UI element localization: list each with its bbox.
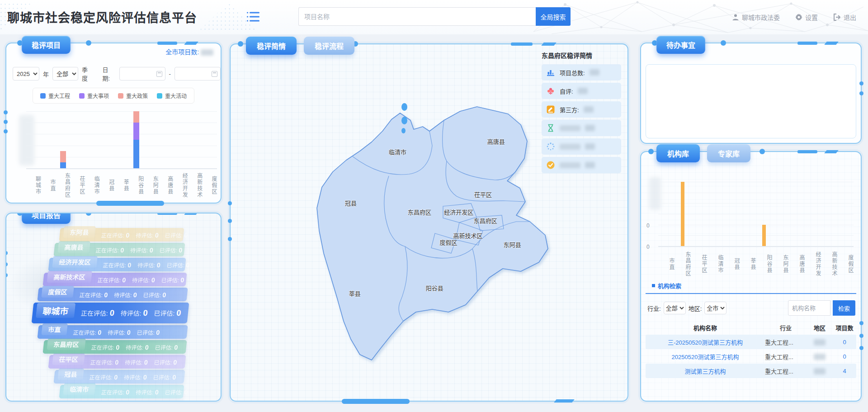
legend-label: 重大政策 xyxy=(126,92,148,99)
x-axis-label: 临清市 xyxy=(707,251,723,277)
date-end-input[interactable] xyxy=(175,67,221,81)
evaluation-stats: 正在评估: 0待评估: 0已评估: 0 xyxy=(90,358,177,366)
settings-button[interactable]: 设置 xyxy=(795,13,818,22)
map-district-label[interactable]: 经济开发区 xyxy=(444,208,473,216)
logout-button[interactable]: 退出 xyxy=(833,13,856,22)
blurred-label xyxy=(560,125,580,131)
search-input[interactable] xyxy=(298,7,536,26)
bar-segment xyxy=(133,111,139,123)
x-axis-label: 东昌府区 xyxy=(56,173,70,198)
x-axis-label: 阳谷县 xyxy=(129,173,143,198)
x-axis-label: 茌平区 xyxy=(70,173,85,198)
report-carousel-item[interactable]: 聊城市正在评估: 0待评估: 0已评估: 0 xyxy=(32,303,189,323)
gridline xyxy=(658,214,854,214)
x-axis-label: 莘县 xyxy=(114,173,129,198)
report-carousel-item[interactable]: 高新技术区正在评估: 0待评估: 0已评估: 0 xyxy=(42,273,187,286)
bar-segment xyxy=(60,162,66,168)
report-carousel-item[interactable]: 冠县正在评估: 0待评估: 0已评估: 0 xyxy=(53,370,185,384)
report-carousel-item[interactable]: 临清市正在评估: 0待评估: 0已评估: 0 xyxy=(59,385,184,398)
org-name-link[interactable]: 三-20250520测试第三方机构 xyxy=(646,338,765,346)
map-marker-dot[interactable] xyxy=(401,117,407,124)
evaluation-stats: 正在评估: 0待评估: 0已评估: 0 xyxy=(80,308,182,318)
panel-title-badge: 待办事宜 xyxy=(656,36,705,54)
map-district-label[interactable]: 冠县 xyxy=(345,198,357,207)
quarter-unit-label: 季度 xyxy=(82,65,94,82)
report-carousel-item[interactable]: 市直正在评估: 0待评估: 0已评估: 0 xyxy=(37,325,188,339)
map-marker-dot[interactable] xyxy=(401,103,407,111)
settings-label: 设置 xyxy=(805,13,818,22)
report-carousel-item[interactable]: 经济开发区正在评估: 0待评估: 0已评估: 0 xyxy=(48,258,186,271)
blurred-region xyxy=(814,368,826,374)
blurred-value xyxy=(578,88,588,94)
date-start-input[interactable] xyxy=(119,67,165,81)
user-menu[interactable]: 聊城市政法委 xyxy=(732,13,780,22)
table-row[interactable]: 测试第三方机构重大工程...4 xyxy=(646,364,856,378)
region-select[interactable]: 全市 xyxy=(704,302,726,314)
legend-item[interactable]: 重大事项 xyxy=(79,92,109,99)
calendar-icon xyxy=(156,71,162,77)
panel-todo: 待办事宜 xyxy=(640,43,862,144)
map-district-label[interactable]: 东昌府区 xyxy=(408,208,431,216)
legend-item[interactable]: 重大政策 xyxy=(118,92,148,99)
global-search: 全局搜索 xyxy=(298,7,571,26)
org-name-link[interactable]: 20250520测试第三方机构 xyxy=(646,352,765,361)
stat-evaluating: 正在评估: 0 xyxy=(95,246,124,254)
map-district-label[interactable]: 临清市 xyxy=(389,147,406,156)
tab-expert-library[interactable]: 专家库 xyxy=(707,144,750,162)
panel-decoration xyxy=(5,273,8,277)
map-district-label[interactable]: 东阿县 xyxy=(504,240,521,249)
org-name-input[interactable] xyxy=(788,300,830,316)
tab-assessment-brief[interactable]: 稳评简情 xyxy=(246,37,297,55)
legend-item[interactable]: 重大活动 xyxy=(157,92,187,99)
district-tag: 临清市 xyxy=(63,383,96,395)
org-search-button[interactable]: 检索 xyxy=(833,300,855,316)
global-search-button[interactable]: 全局搜索 xyxy=(536,7,571,26)
gridline xyxy=(26,157,217,157)
map-district-label[interactable]: 度假区 xyxy=(440,237,458,246)
tab-assessment-flow[interactable]: 稳评流程 xyxy=(304,37,354,55)
check-icon xyxy=(546,161,555,170)
x-axis-label: 高唐县 xyxy=(788,251,805,277)
org-name-link[interactable]: 测试第三方机构 xyxy=(646,367,765,375)
blurred-value xyxy=(201,49,213,56)
stat-label: 自评: xyxy=(560,87,573,95)
map-district-label[interactable]: 东昌府区 xyxy=(474,216,497,225)
district-stat-row: 自评: xyxy=(542,83,621,99)
stat-evaluating: 正在评估: 0 xyxy=(80,308,115,318)
district-tag: 高新技术区 xyxy=(47,271,92,283)
map-district-label[interactable]: 茌平区 xyxy=(474,189,492,198)
tab-organization-library[interactable]: 机构库 xyxy=(656,144,700,162)
year-select[interactable]: 2025 xyxy=(13,67,39,81)
report-carousel-item[interactable]: 度假区正在评估: 0待评估: 0已评估: 0 xyxy=(37,288,188,301)
legend-item[interactable]: 重大工程 xyxy=(40,92,70,99)
evaluation-stats: 正在评估: 0待评估: 0已评估: 0 xyxy=(89,373,176,381)
panel-decoration xyxy=(157,213,177,215)
app-header: 聊城市社会稳定风险评估信息平台 全局搜索 聊城市政法委 设置 xyxy=(0,0,868,34)
report-carousel-item[interactable]: 高唐县正在评估: 0待评估: 0已评估: 0 xyxy=(53,243,185,256)
panel-decoration xyxy=(96,201,164,206)
page-title: 聊城市社会稳定风险评估信息平台 xyxy=(7,8,197,26)
map-district-label[interactable]: 高唐县 xyxy=(487,137,505,145)
report-carousel-item[interactable]: 东昌府区正在评估: 0待评估: 0已评估: 0 xyxy=(42,340,187,354)
stat-evaluating: 正在评估: 0 xyxy=(73,328,102,336)
panel-decoration xyxy=(648,149,654,154)
report-carousel-item[interactable]: 茌平区正在评估: 0待评估: 0已评估: 0 xyxy=(48,355,186,369)
district-stat-row: 第三方: xyxy=(542,101,621,118)
report-carousel-item[interactable]: 东阿县正在评估: 0待评估: 0已评估: 0 xyxy=(59,228,184,242)
quarter-select[interactable]: 全部 xyxy=(52,67,78,81)
table-row[interactable]: 三-20250520测试第三方机构重大工程...0 xyxy=(646,335,856,349)
panel-decoration xyxy=(184,42,198,45)
industry-select[interactable]: 全部 xyxy=(664,302,686,314)
panel-decoration xyxy=(797,150,817,153)
map-district-label[interactable]: 阳谷县 xyxy=(426,284,443,292)
map-district-label[interactable]: 高新技术区 xyxy=(453,231,483,239)
bar-chart-icon xyxy=(546,68,555,77)
menu-icon[interactable] xyxy=(246,11,260,23)
stat-evaluating: 正在评估: 0 xyxy=(101,231,130,239)
panel-decoration xyxy=(824,150,838,153)
hourglass-icon xyxy=(546,123,555,133)
panel-decoration xyxy=(4,110,8,114)
table-row[interactable]: 20250520测试第三方机构重大工程...0 xyxy=(646,349,856,364)
x-axis-label: 高新技术 xyxy=(188,173,202,198)
map-district-label[interactable]: 莘县 xyxy=(349,289,361,298)
